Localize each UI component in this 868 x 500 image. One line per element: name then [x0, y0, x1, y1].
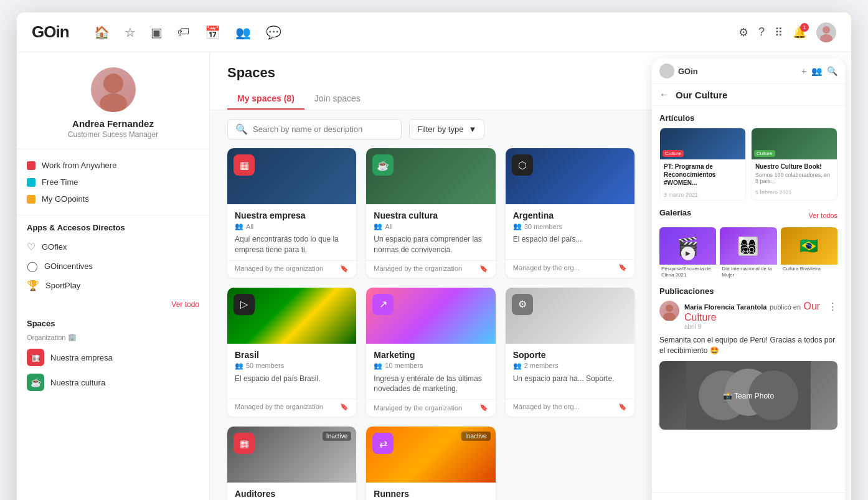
content-title: Spaces	[227, 65, 634, 81]
card-icon-argentina: ⬡	[512, 154, 533, 176]
gallery-item-3[interactable]: 🇧🇷 Cultura Brasileira	[781, 227, 837, 279]
space-card-argentina[interactable]: ⬡ Argentina 👥 30 members El espacio del …	[506, 148, 634, 278]
gift-icon: ◯	[27, 260, 38, 272]
nav-icons: 🏠 ☆ ▣ 🏷 📅 👥 💬	[94, 25, 738, 40]
article-card-1[interactable]: Culture PT: Programa de Reconocimientos …	[659, 128, 746, 200]
messages-icon[interactable]: 💬	[266, 25, 281, 40]
gallery-label-1: Pesquisa/Encuesta de Clima 2021	[659, 265, 716, 279]
members-icon: 👥	[235, 362, 243, 370]
card-body-auditores: Auditores 👥 3 members	[227, 483, 356, 500]
galleries-header: Galerías Ver todos	[659, 208, 837, 222]
app-sportplay[interactable]: 🏆 SportPlay	[27, 276, 199, 295]
members-icon: 👥	[374, 362, 382, 370]
space-card-soporte[interactable]: ⚙ Soporte 👥 2 members Un espacio para ha…	[506, 288, 634, 417]
space-card-marketing[interactable]: ↗ Marketing 👥 10 members Ingresa y entér…	[366, 288, 495, 417]
tags-icon[interactable]: 🏷	[177, 25, 190, 39]
star-icon[interactable]: ☆	[125, 25, 136, 40]
gallery-item-1[interactable]: 🎬 ▶ Pesquisa/Encuesta de Clima 2021	[659, 227, 716, 279]
space-card-runners[interactable]: ⇄ Inactive Runners 👥 3 members	[366, 427, 495, 500]
panel-people-icon[interactable]: 👥	[811, 66, 822, 76]
bookmark-icon: 🔖	[618, 403, 627, 411]
card-icon-marketing: ↗	[372, 294, 394, 315]
sidebar-space-cultura[interactable]: ☕ Nuestra cultura	[27, 370, 199, 395]
svg-point-0	[823, 26, 830, 34]
card-icon-empresa: ▦	[234, 154, 255, 176]
app-goflex[interactable]: ♡ GOflex	[27, 237, 199, 257]
sidebar: Andrea Fernandez Customer Sucess Manager…	[17, 52, 210, 500]
card-image-empresa: ▦	[227, 148, 356, 204]
user-avatar[interactable]	[816, 22, 836, 42]
bookmark-icon: 🔖	[479, 265, 488, 273]
sidebar-tags: Work from Anywhere Free Time My GOpoints	[17, 149, 209, 215]
article-body-1: PT: Programa de Reconocimientos #WOMEN..…	[660, 159, 745, 190]
panel-actions: + 👥 🔍	[801, 66, 837, 76]
grid-icon[interactable]: ⠿	[775, 26, 783, 39]
calendar-icon[interactable]: 📅	[205, 25, 220, 40]
spaces-icon[interactable]: ▣	[151, 25, 163, 40]
apps-section: Apps & Accesos Directos ♡ GOflex ◯ GOinc…	[17, 215, 209, 298]
notification-bell[interactable]: 🔔 1	[793, 26, 806, 39]
tab-my-spaces[interactable]: My spaces (8)	[227, 88, 304, 110]
articles-row: Culture PT: Programa de Reconocimientos …	[659, 128, 837, 200]
play-button-1[interactable]: ▶	[681, 247, 695, 260]
logo[interactable]: GOin	[32, 22, 69, 42]
settings-icon[interactable]: ⚙	[738, 26, 748, 39]
app-goincentives[interactable]: ◯ GOincentives	[27, 257, 199, 276]
card-members-empresa: 👥 All	[235, 222, 349, 230]
pub-avatar	[659, 301, 679, 321]
svg-point-5	[663, 313, 676, 321]
home-icon[interactable]: 🏠	[94, 25, 110, 40]
filter-select[interactable]: Filter by type ▼	[409, 119, 484, 139]
inactive-badge-runners: Inactive	[461, 432, 490, 441]
article-card-2[interactable]: Culture Nuestro Culture Book! Somos 100 …	[751, 128, 837, 200]
tag-free-time[interactable]: Free Time	[27, 174, 199, 191]
card-footer-brasil: Managed by the organization 🔖	[227, 399, 356, 416]
article-date-1: 3 marzo 2021	[660, 190, 745, 200]
search-input[interactable]	[253, 125, 394, 134]
profile-title: Customer Sucess Manager	[68, 130, 158, 139]
panel-search-icon[interactable]: 🔍	[827, 66, 837, 76]
top-nav: GOin 🏠 ☆ ▣ 🏷 📅 👥 💬 ⚙ ? ⠿ 🔔 1	[17, 12, 851, 52]
space-card-auditores[interactable]: ▦ Inactive Auditores 👥 3 members Managed…	[227, 427, 356, 500]
sidebar-space-empresa[interactable]: ▦ Nuestra empresa	[27, 345, 199, 370]
members-icon: 👥	[374, 222, 382, 230]
tag-dot-red	[27, 161, 35, 170]
members-icon: 👥	[235, 222, 243, 230]
search-box[interactable]: 🔍	[227, 119, 402, 139]
tag-work-anywhere[interactable]: Work from Anywhere	[27, 157, 199, 174]
pub-item: María Florencia Tarantola publicó en Our…	[659, 301, 837, 330]
card-footer-cultura: Managed by the organization 🔖	[366, 260, 495, 278]
tab-join-spaces[interactable]: Join spaces	[304, 88, 370, 110]
space-card-empresa[interactable]: ▦ Nuestra empresa 👥 All Aquí encontrarás…	[227, 148, 356, 278]
card-members-soporte: 👥 2 members	[513, 362, 627, 370]
card-footer-empresa: Managed by the organization 🔖	[227, 260, 356, 278]
card-members-marketing: 👥 10 members	[374, 362, 488, 370]
empresa-icon-box: ▦	[27, 349, 44, 366]
panel-logo-row: GOin	[659, 64, 698, 78]
pub-options-icon[interactable]: ⋮	[828, 301, 837, 313]
panel-top-bar: GOin + 👥 🔍	[652, 59, 845, 84]
spaces-section-title: Spaces	[27, 319, 199, 328]
card-body-runners: Runners 👥 3 members	[366, 483, 495, 500]
cultura-icon-box: ☕	[27, 374, 44, 391]
members-icon: 👥	[513, 222, 522, 230]
help-icon[interactable]: ?	[758, 26, 765, 39]
gallery-thumb-1: 🎬 ▶	[659, 227, 716, 265]
panel-mini-avatar	[659, 64, 674, 78]
space-card-brasil[interactable]: ▷ Brasil 👥 50 members El espacio del paí…	[227, 288, 356, 417]
card-icon-cultura: ☕	[372, 154, 394, 176]
ver-todo-link[interactable]: Ver todo	[17, 298, 209, 311]
space-card-cultura[interactable]: ☕ Nuestra cultura 👥 All Un espacio para …	[366, 148, 495, 278]
tag-dot-yellow	[27, 195, 35, 204]
gallery-item-2[interactable]: 👩‍👩‍👧‍👦 Día Internacional de la Mujer	[720, 227, 776, 279]
gallery-label-2: Día Internacional de la Mujer	[720, 265, 776, 279]
ver-todos-link[interactable]: Ver todos	[809, 212, 837, 219]
panel-back-button[interactable]: ←	[659, 89, 669, 100]
panel-add-icon[interactable]: +	[801, 66, 806, 76]
card-body-empresa: Nuestra empresa 👥 All Aquí encontrarás t…	[227, 204, 356, 260]
inactive-badge: Inactive	[323, 432, 351, 441]
org-icon: 🏢	[68, 333, 77, 341]
tag-gopoints[interactable]: My GOpoints	[27, 191, 199, 207]
people-icon[interactable]: 👥	[235, 25, 251, 40]
tabs: My spaces (8) Join spaces	[227, 88, 634, 110]
